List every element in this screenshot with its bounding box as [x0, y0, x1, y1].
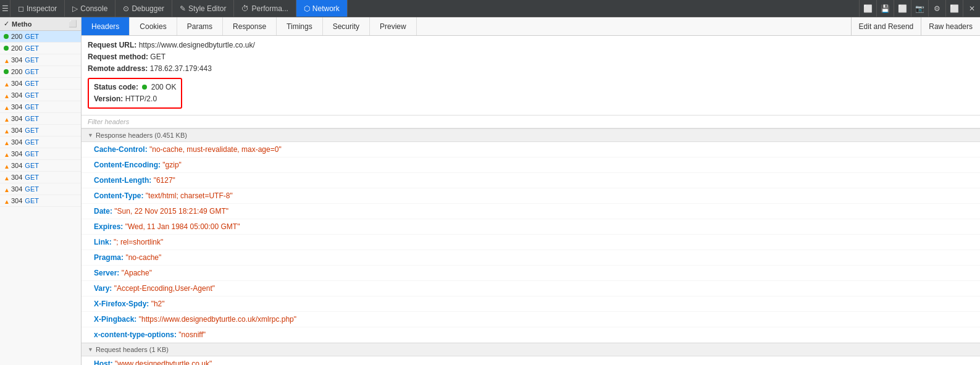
header-value: "h2" — [151, 300, 165, 308]
header-row: Content-Encoding: "gzip" — [82, 157, 980, 173]
header-key: x-content-type-options: — [94, 330, 177, 339]
request-row[interactable]: ▲304GET — [0, 113, 81, 125]
header-value: "no-cache, must-revalidate, max-age=0" — [149, 145, 282, 154]
request-row[interactable]: ▲304GET — [0, 183, 81, 195]
devtools-menu-icon[interactable]: ☰ — [0, 0, 10, 17]
request-row[interactable]: ▲304GET — [0, 195, 81, 207]
header-value: "https://www.designedbyturtle.co.uk/xmlr… — [139, 315, 296, 324]
sub-tab-actions: Edit and Resend Raw headers — [851, 17, 980, 35]
tab-performance[interactable]: ⏱ Performa... — [234, 0, 296, 17]
status-triangle-icon: ▲ — [4, 163, 9, 168]
console-icon: ▷ — [72, 4, 78, 13]
status-box: Status code: 200 OK Version: HTTP/2.0 — [88, 78, 182, 109]
request-row[interactable]: ▲304GET — [0, 101, 81, 113]
status-dot-green — [4, 34, 9, 39]
tab-headers[interactable]: Headers — [82, 17, 130, 35]
debugger-icon: ⊙ — [123, 4, 129, 13]
status-triangle-icon: ▲ — [4, 104, 9, 109]
header-value: "Wed, 11 Jan 1984 05:00:00 GMT" — [125, 222, 240, 231]
header-key: Host: — [94, 359, 113, 365]
screenshot-icon[interactable]: 📷 — [911, 0, 928, 17]
settings-icon[interactable]: ⚙ — [928, 0, 945, 17]
tab-preview[interactable]: Preview — [370, 17, 417, 35]
collapse-triangle-icon2: ▼ — [88, 346, 93, 353]
request-list-panel: ✓ Metho ⬜ 200GET200GET▲304GET200GET▲304G… — [0, 17, 82, 365]
tab-console[interactable]: ▷ Console — [65, 0, 115, 17]
response-headers-list: Cache-Control: "no-cache, must-revalidat… — [82, 142, 980, 343]
header-key: Expires: — [94, 222, 123, 231]
header-key: Content-Type: — [94, 191, 143, 200]
header-key: Server: — [94, 269, 119, 277]
request-row[interactable]: ▲304GET — [0, 78, 81, 90]
response-headers-section-header[interactable]: ▼ Response headers (0.451 KB) — [82, 128, 980, 142]
request-row[interactable]: ▲304GET — [0, 148, 81, 160]
request-list-header: ✓ Metho ⬜ — [0, 17, 81, 31]
status-dot-green — [4, 46, 9, 51]
inspector-icon: ◻ — [18, 4, 24, 13]
fullscreen-icon[interactable]: ⬜ — [894, 0, 911, 17]
header-row: Expires: "Wed, 11 Jan 1984 05:00:00 GMT" — [82, 219, 980, 235]
tab-cookies[interactable]: Cookies — [130, 17, 177, 35]
style-editor-icon: ✎ — [180, 4, 186, 13]
tab-style-editor[interactable]: ✎ Style Editor — [172, 0, 234, 17]
tab-inspector[interactable]: ◻ Inspector — [10, 0, 65, 17]
save-icon[interactable]: 💾 — [876, 0, 894, 17]
version-line: Version: HTTP/2.0 — [94, 93, 176, 105]
raw-headers-button[interactable]: Raw headers — [921, 17, 980, 35]
header-value: "6127" — [154, 176, 175, 185]
request-url-line: Request URL: https://www.designedbyturtl… — [88, 40, 974, 51]
network-icon: ⬡ — [304, 4, 310, 13]
request-headers-list: Host: "www.designedbyturtle.co.uk"User-A… — [82, 356, 980, 365]
headers-content: Request URL: https://www.designedbyturtl… — [82, 36, 980, 365]
header-value: "no-cache" — [125, 253, 161, 262]
header-row: X-Pingback: "https://www.designedbyturtl… — [82, 312, 980, 327]
close-icon[interactable]: ✕ — [963, 0, 980, 17]
request-row[interactable]: ▲304GET — [0, 54, 81, 66]
header-key: Date: — [94, 207, 112, 216]
status-green-dot — [142, 85, 147, 90]
column-toggle-icon[interactable]: ⬜ — [69, 20, 77, 28]
header-key: Cache-Control: — [94, 145, 148, 154]
header-key: X-Pingback: — [94, 315, 136, 324]
status-triangle-icon: ▲ — [4, 81, 9, 86]
request-headers-section-header[interactable]: ▼ Request headers (1 KB) — [82, 343, 980, 356]
tab-params[interactable]: Params — [177, 17, 223, 35]
main-layout: ✓ Metho ⬜ 200GET200GET▲304GET200GET▲304G… — [0, 17, 980, 365]
filter-headers-row[interactable]: Filter headers — [82, 115, 980, 128]
request-row[interactable]: ▲304GET — [0, 90, 81, 101]
toolbar-right-icons: ⬜ 💾 ⬜ 📷 ⚙ ⬜ ✕ — [859, 0, 980, 17]
header-key: Pragma: — [94, 253, 124, 262]
tab-response[interactable]: Response — [223, 17, 277, 35]
header-key: Content-Length: — [94, 176, 151, 185]
header-row: Vary: "Accept-Encoding,User-Agent" — [82, 281, 980, 296]
remote-address-line: Remote address: 178.62.37.179:443 — [88, 63, 974, 75]
request-info-section: Request URL: https://www.designedbyturtl… — [82, 36, 980, 115]
request-row[interactable]: ▲304GET — [0, 125, 81, 136]
tab-debugger[interactable]: ⊙ Debugger — [115, 0, 172, 17]
edit-resend-button[interactable]: Edit and Resend — [851, 17, 921, 35]
request-row[interactable]: ▲304GET — [0, 136, 81, 148]
status-triangle-icon: ▲ — [4, 151, 9, 156]
request-row[interactable]: 200GET — [0, 66, 81, 78]
request-row[interactable]: 200GET — [0, 43, 81, 54]
tab-bar: ☰ ◻ Inspector ▷ Console ⊙ Debugger ✎ Sty… — [0, 0, 980, 17]
request-row[interactable]: ▲304GET — [0, 172, 81, 183]
dock-icon[interactable]: ⬜ — [859, 0, 876, 17]
header-value: "www.designedbyturtle.co.uk" — [115, 359, 212, 365]
split-icon[interactable]: ⬜ — [945, 0, 963, 17]
header-row: X-Firefox-Spdy: "h2" — [82, 296, 980, 312]
tab-security[interactable]: Security — [323, 17, 370, 35]
header-value: "; rel=shortlink" — [114, 238, 163, 246]
header-row: Content-Length: "6127" — [82, 173, 980, 188]
collapse-triangle-icon: ▼ — [88, 132, 93, 138]
header-row: Cache-Control: "no-cache, must-revalidat… — [82, 142, 980, 157]
request-row[interactable]: ▲304GET — [0, 160, 81, 172]
header-key: Link: — [94, 238, 112, 246]
tab-timings[interactable]: Timings — [277, 17, 323, 35]
request-row[interactable]: 200GET — [0, 31, 81, 43]
header-row: Date: "Sun, 22 Nov 2015 18:21:49 GMT" — [82, 204, 980, 219]
tab-network[interactable]: ⬡ Network — [296, 0, 348, 17]
sub-tab-bar: Headers Cookies Params Response Timings … — [82, 17, 980, 36]
right-panel: Headers Cookies Params Response Timings … — [82, 17, 980, 365]
status-triangle-icon: ▲ — [4, 140, 9, 145]
